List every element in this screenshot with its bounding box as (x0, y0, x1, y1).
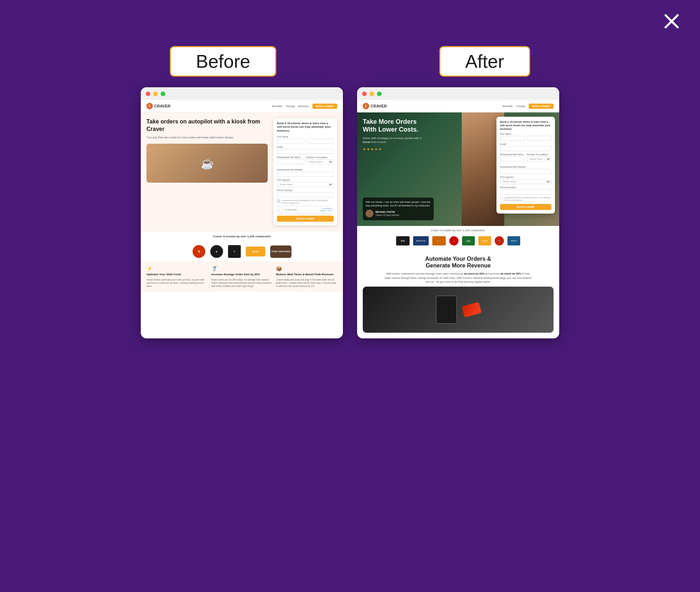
input-phone[interactable] (277, 192, 334, 197)
after-label-firstname: First Name (500, 133, 551, 135)
after-trusted-label: Craver is trusted by over 1,100 restaura… (431, 229, 485, 232)
before-hero-headline: Take orders on autopilot with a kiosk fr… (146, 118, 268, 133)
after-select-pos[interactable]: Please Select (500, 179, 551, 184)
after-window: C CRAVER Benefits Pricing BOOK A DEMO Ta… (357, 87, 559, 338)
input-cafe[interactable] (277, 159, 304, 164)
testimonial-author: MICHAEL PUSTAI Owner of Hops Kitchen (366, 210, 431, 217)
after-input-firstname[interactable] (500, 136, 525, 141)
input-lastname[interactable] (306, 139, 334, 144)
craver-c-icon: C (146, 103, 153, 109)
before-book-demo-nav[interactable]: BOOK A DEMO (312, 104, 337, 109)
kiosk-inner (363, 287, 554, 333)
before-nav-links: Benefits Pricing Reviews BOOK A DEMO (272, 104, 337, 109)
feature-1: ⚡ Optimize Your Staff Costs Craver kiosk… (146, 266, 208, 288)
before-craver-logo: C CRAVER (146, 103, 171, 109)
star-4: ★ (374, 147, 378, 151)
feature-2-title: Increase Average Order Size by 20% (211, 273, 273, 276)
testimonial-text: With our kiosks, I can do more with fewe… (366, 200, 431, 208)
after-input-email[interactable] (500, 146, 551, 151)
label-cafe: Restaurant/Café Name (277, 156, 304, 159)
after-input-phone[interactable] (500, 189, 551, 194)
after-craver-logo: C CRAVER (363, 103, 387, 109)
select-pos[interactable]: Please Select (277, 182, 334, 187)
before-logo-2: ● (210, 245, 223, 258)
star-5: ★ (378, 147, 382, 151)
feature-3-text: Craver kiosks are a low-risk way to incr… (276, 278, 337, 288)
nav-reviews[interactable]: Reviews (298, 105, 309, 108)
before-hero-left: Take orders on autopilot with a kiosk fr… (146, 118, 268, 225)
after-label: After (465, 51, 504, 72)
author-title: Owner of Hops Kitchen (376, 214, 399, 217)
recaptcha-checkbox[interactable] (279, 208, 283, 212)
label-email: Email (277, 146, 334, 148)
feature-3-title: Reduce Wait Times & Boost Peak Revenue (276, 273, 337, 276)
after-hero-headline: Take More OrdersWith Lower Costs. (363, 118, 427, 133)
after-checkbox[interactable] (500, 197, 503, 200)
label-phone: Phone Number (277, 189, 334, 192)
after-form-card: Book a 15-minute demo & learn how a self… (496, 117, 555, 214)
after-book-demo-btn[interactable]: BOOK A DEMO (500, 204, 551, 210)
before-hero-image: ☕ (146, 144, 268, 183)
before-hero-subtext: Turn any iPad into a kiosk for more orde… (146, 136, 268, 140)
feature-3: 📦 Reduce Wait Times & Boost Peak Revenue… (276, 266, 337, 288)
before-logo-1: 🍕 (193, 245, 205, 258)
after-label-box: After (439, 46, 530, 77)
credit-card (462, 302, 482, 317)
after-input-cafe[interactable] (500, 156, 525, 161)
before-form-card: Book a 15-minute demo & learn how a self… (273, 118, 337, 225)
before-hero-image-inner: ☕ (146, 144, 268, 183)
input-firstname[interactable] (277, 139, 304, 144)
star-2: ★ (367, 147, 370, 151)
author-avatar (366, 210, 373, 217)
stars-row: ★ ★ ★ ★ ★ (363, 147, 427, 151)
label-website: Restaurant/Café Website (277, 168, 334, 171)
after-logo-1: SJS (396, 236, 410, 245)
before-book-demo-btn[interactable]: BOOK A DEMO (277, 216, 334, 222)
feature-2: 🥤 Increase Average Order Size by 20% Kio… (211, 266, 273, 288)
after-logo-6: Burger (478, 236, 491, 245)
after-label-pos: POS System* (500, 176, 551, 178)
before-trusted-text: Craver is trusted by over 1,100 restaura… (141, 231, 343, 242)
author-info-block: MICHAEL PUSTAI Owner of Hops Kitchen (376, 210, 399, 217)
after-kiosk-image (363, 287, 554, 333)
after-form-headline: Book a 15-minute demo & learn how a self… (500, 120, 551, 131)
after-nav-benefits[interactable]: Benefits (502, 105, 513, 108)
close-button[interactable] (661, 11, 682, 32)
after-dot-red (362, 92, 367, 96)
feature-1-text: Craver kiosks automate your order proces… (146, 278, 208, 288)
after-checkbox-row: I understand that by submitting this for… (500, 197, 551, 201)
dot-red (146, 92, 150, 96)
before-logo-4: aptivly (246, 247, 265, 256)
author-name: MICHAEL PUSTAI (376, 210, 399, 214)
feature-3-icon: 📦 (276, 266, 337, 271)
before-label-box: Before (170, 46, 276, 77)
testimonial-card: With our kiosks, I can do more with fewe… (363, 198, 434, 220)
input-email[interactable] (277, 149, 334, 154)
label-pos: POS System (277, 179, 334, 181)
craver-logo-text: CRAVER (154, 104, 171, 108)
before-nav: C CRAVER Benefits Pricing Reviews BOOK A… (141, 100, 343, 112)
after-logo-7: 🐦 (495, 236, 504, 245)
nav-pricing[interactable]: Pricing (286, 105, 294, 108)
after-select-locations[interactable]: Please Select (527, 156, 552, 161)
dot-yellow (153, 92, 158, 96)
after-nav: C CRAVER Benefits Pricing BOOK A DEMO (357, 100, 559, 112)
input-website[interactable] (277, 172, 334, 177)
checkbox-label: I understand that by submitting this for… (281, 199, 334, 204)
after-label-phone: Phone Number* (500, 186, 551, 189)
before-features: ⚡ Optimize Your Staff Costs Craver kiosk… (141, 261, 343, 292)
nav-benefits[interactable]: Benefits (272, 105, 282, 108)
select-locations[interactable]: Please Select (306, 159, 334, 164)
dot-green (161, 92, 165, 96)
before-logos: 🍕 ● ▽ aptivly STONE TOWER BREW (141, 242, 343, 261)
after-nav-pricing[interactable]: Pricing (516, 105, 525, 108)
before-trusted-label: Craver is trusted by over 1,100 restaura… (213, 235, 271, 238)
after-book-demo-nav[interactable]: BOOK A DEMO (529, 104, 554, 109)
checkbox-consent[interactable] (277, 200, 280, 203)
after-input-website[interactable] (500, 169, 551, 174)
feature-1-icon: ⚡ (146, 266, 208, 271)
recaptcha-box: I'm not a robot reCAPTCHAPrivacy - Terms (277, 206, 334, 214)
coffee-icon: ☕ (201, 157, 214, 170)
after-titlebar (357, 87, 559, 100)
after-input-lastname[interactable] (527, 136, 552, 141)
